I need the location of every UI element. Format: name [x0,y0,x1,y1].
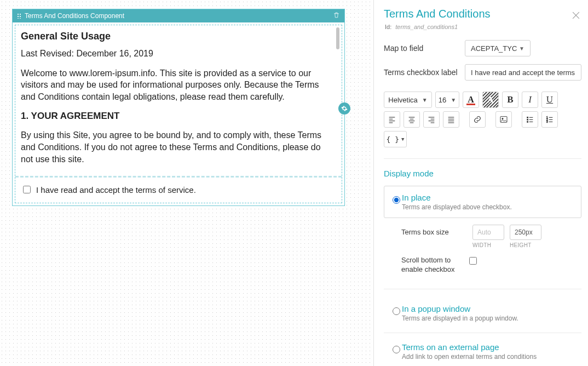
mode-radio-popup[interactable] [393,307,400,315]
mode-in-place-desc: Terms are displayed above checkbox. [402,203,512,211]
image-icon [499,115,508,124]
chevron-down-icon: ▼ [451,97,456,103]
mode-popup-desc: Terms are displayed in a popup window. [402,314,518,322]
terms-section1-title: 1. YOUR AGREEMENT [21,110,334,123]
rich-text-toolbar: Helvetica ▼ 16 ▼ A A B I U [384,92,581,151]
terms-heading: General Site Usage [21,31,334,42]
panel-title: Terms And Conditions [384,8,491,20]
panel-id: Id: terms_and_conditions1 [385,24,491,30]
align-right-icon [427,115,436,124]
align-left-icon [388,115,396,124]
mode-popup-title: In a popup window [402,304,518,313]
component-header[interactable]: Terms And Conditions Component [13,9,344,22]
scroll-bottom-checkbox[interactable] [469,257,477,265]
svg-point-17 [502,118,503,119]
mode-radio-in-place[interactable] [393,196,400,204]
terms-accept-label: I have read and accept the terms of serv… [36,185,196,195]
insert-image-button[interactable] [495,111,512,128]
component-body: General Site Usage Last Revised: Decembe… [15,25,342,203]
terms-component[interactable]: Terms And Conditions Component General S… [12,9,345,206]
terms-box-size-label: Terms box size [401,225,472,236]
divider [384,158,581,159]
close-panel-button[interactable] [570,8,581,22]
bold-button[interactable]: B [502,92,518,108]
align-justify-button[interactable] [443,111,459,128]
svg-rect-16 [500,117,507,123]
terms-intro: Welcome to www.lorem-ipsum.info. This si… [21,67,334,103]
font-size-value: 16 [439,96,446,104]
font-family-value: Helvetica [388,96,417,104]
map-to-field-select[interactable]: ACEPTA_TYC ▼ [465,40,531,56]
align-justify-icon [447,115,456,124]
properties-panel: Terms And Conditions Id: terms_and_condi… [373,0,588,366]
panel-id-value: terms_and_conditions1 [395,24,458,30]
terms-accept-checkbox[interactable] [23,186,31,193]
width-caption: WIDTH [472,242,504,248]
align-center-button[interactable] [403,111,420,128]
mode-radio-external[interactable] [393,346,400,353]
scroll-bottom-label: Scroll bottom to enable checkbox [401,256,467,274]
svg-rect-19 [527,119,528,120]
mode-external-desc: Add link to open external terms and cond… [402,353,537,361]
in-place-settings: Terms box size WIDTH HEIGHT Scroll botto… [384,219,581,280]
chevron-down-icon: ▼ [519,45,524,52]
number-list-icon: 123 [545,115,554,124]
map-to-field-label: Map to field [384,44,465,53]
bg-color-button[interactable]: A [482,92,499,108]
unordered-list-button[interactable] [522,111,538,128]
panel-id-label: Id: [385,24,391,30]
mode-option-popup[interactable]: In a popup window Terms are displayed in… [384,297,581,329]
component-settings-button[interactable] [338,102,350,115]
mode-external-title: Terms on an external page [402,342,537,352]
height-input[interactable] [510,225,541,240]
drag-grip-icon[interactable] [17,13,21,19]
delete-component-button[interactable] [333,12,340,20]
chevron-down-icon: ▼ [422,97,428,103]
display-mode-label: Display mode [384,169,581,178]
mode-option-external[interactable]: Terms on an external page Add link to op… [384,335,581,366]
checkbox-label-input[interactable] [465,64,581,81]
divider [384,333,581,333]
font-color-button[interactable]: A [463,92,479,108]
gear-icon [341,105,348,112]
code-label: { } [387,135,399,144]
width-input[interactable] [472,225,504,240]
mode-option-in-place[interactable]: In place Terms are displayed above check… [384,186,581,218]
terms-section1-body: By using this Site, you agree to be boun… [21,129,334,165]
scrollbar-thumb[interactable] [336,27,339,49]
svg-rect-18 [527,117,528,118]
mode-in-place-title: In place [402,193,512,202]
align-left-button[interactable] [384,111,400,128]
terms-accept-row[interactable]: I have read and accept the terms of serv… [15,178,342,203]
align-right-button[interactable] [423,111,440,128]
form-canvas[interactable]: Terms And Conditions Component General S… [0,0,373,366]
align-center-icon [407,115,416,124]
svg-text:3: 3 [546,121,548,123]
height-caption: HEIGHT [510,242,541,248]
insert-code-button[interactable]: { } ▼ [384,131,407,147]
checkbox-label-label: Terms checkbox label [384,68,465,77]
close-icon [570,10,581,21]
link-icon [473,115,482,124]
bullet-list-icon [526,115,534,124]
chevron-down-icon: ▼ [401,136,404,142]
font-family-select[interactable]: Helvetica ▼ [384,92,432,108]
component-header-title: Terms And Conditions Component [25,12,124,20]
map-to-field-value: ACEPTA_TYC [471,44,517,53]
font-size-select[interactable]: 16 ▼ [435,92,459,108]
ordered-list-button[interactable]: 123 [541,111,558,128]
terms-text-box: General Site Usage Last Revised: Decembe… [15,25,342,178]
insert-link-button[interactable] [469,111,486,128]
svg-rect-20 [527,121,528,122]
underline-button[interactable]: U [541,92,558,108]
terms-revised: Last Revised: December 16, 2019 [21,48,334,60]
italic-button[interactable]: I [522,92,538,108]
divider [384,289,581,289]
